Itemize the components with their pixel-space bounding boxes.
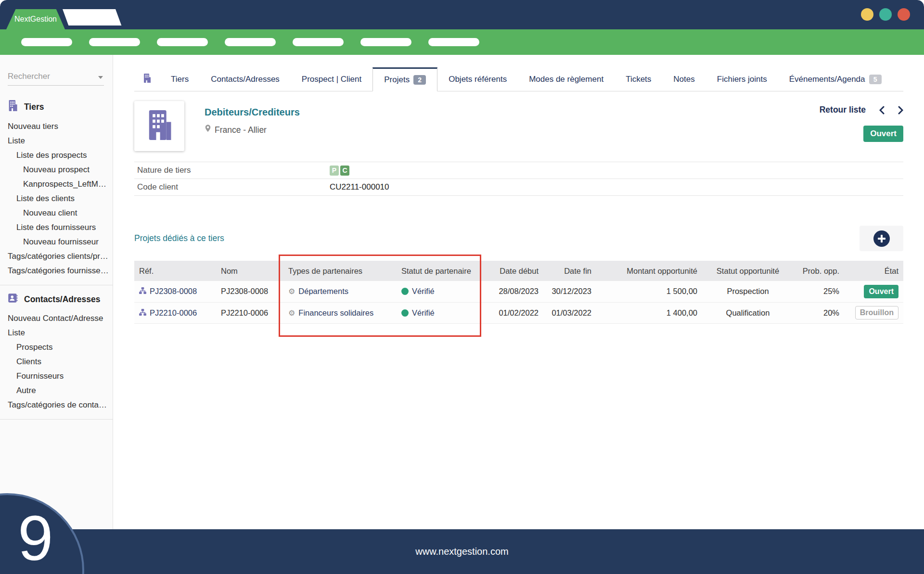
sidebar-item-liste-contacts[interactable]: Liste [0,326,113,340]
sidebar-item-liste-tiers[interactable]: Liste [0,134,113,148]
sidebar-item-kanprospects[interactable]: Kanprospects_LeftM… [0,177,113,191]
col-etat: État [844,261,903,281]
sidebar-section-tiers-header[interactable]: Tiers [0,100,113,114]
sidebar-search [8,68,104,86]
brand-tab: NextGestion [6,9,65,29]
menu-pill [428,38,479,46]
sidebar-item-prospects[interactable]: Prospects [0,340,113,355]
col-ref: Réf. [134,261,216,281]
sidebar-item-tags-fournisseurs[interactable]: Tags/catégories fournisse… [0,264,113,278]
menu-pill [293,38,344,46]
chevron-right-icon[interactable] [898,106,903,115]
sidebar-section-contacts: Contacts/Adresses Nouveau Contact/Adress… [0,293,113,412]
search-input[interactable] [8,68,104,85]
tab-notes[interactable]: Notes [662,67,706,91]
verified-status-dot [401,309,409,317]
client-badge: C [340,166,349,176]
projects-section-header: Projets dédiés à ce tiers [134,226,903,251]
brand-name: NextGestion [14,15,57,24]
sidebar-item-liste-des-fournisseurs[interactable]: Liste des fournisseurs [0,220,113,235]
sidebar-item-liste-des-clients[interactable]: Liste des clients [0,191,113,206]
app-window: NextGestion [0,0,924,574]
col-date-fin: Date fin [543,261,596,281]
plus-icon [873,230,890,247]
sidebar-divider [0,285,113,285]
tab-tiers[interactable]: Tiers [160,67,200,91]
table-row: PJ2210-0006 PJ2210-0006 ⚙ Financeurs sol… [134,302,903,323]
sidebar-section-contacts-header[interactable]: Contacts/Adresses [0,293,113,306]
sidebar-section-title: Contacts/Adresses [24,294,101,305]
tab-projets[interactable]: Projets 2 [372,67,437,91]
date-debut: 01/02/2022 [486,302,543,323]
etat-badge-ouvert: Ouvert [864,285,898,298]
menu-pill [157,38,208,46]
tab-contacts-adresses[interactable]: Contacts/Adresses [200,67,291,91]
window-controls [861,8,910,21]
sidebar-section-tiers: Tiers Nouveau tiers Liste Liste des pros… [0,100,113,278]
sidebar-item-nouveau-fournisseur[interactable]: Nouveau fournisseur [0,235,113,249]
date-fin: 30/12/2023 [543,281,596,302]
sidebar-item-fournisseurs[interactable]: Fournisseurs [0,369,113,383]
add-project-button[interactable] [860,226,903,251]
prospect-badge: P [330,166,339,176]
col-nom: Nom [216,261,283,281]
project-ref-link[interactable]: PJ2308-0008 [150,287,197,296]
gear-icon: ⚙ [288,287,295,296]
etat-badge-brouillon: Brouillon [855,306,898,319]
tab-prospect-client[interactable]: Prospect | Client [291,67,372,91]
statut-opportunite: Qualification [702,302,794,323]
project-name: PJ2308-0008 [216,281,283,302]
menu-pill [89,38,140,46]
tab-tiers-icon[interactable] [134,67,160,91]
chevron-down-icon[interactable] [98,76,103,79]
statut-opportunite: Prospection [702,281,794,302]
sidebar-item-nouveau-client[interactable]: Nouveau client [0,206,113,220]
status-badge: Ouvert [863,126,903,142]
partner-type-link[interactable]: Financeurs solidaires [298,308,373,318]
sidebar-item-nouveau-tiers[interactable]: Nouveau tiers [0,119,113,134]
tab-modes-de-reglement[interactable]: Modes de règlement [518,67,615,91]
footer-bar: www.nextgestion.com [0,529,924,574]
field-nature-de-tiers: Nature de tiers P C [134,162,903,179]
company-photo-card[interactable] [134,101,184,151]
sidebar-item-tags-contacts[interactable]: Tags/catégories de conta… [0,398,113,412]
sidebar: Tiers Nouveau tiers Liste Liste des pros… [0,55,113,529]
partner-status: Vérifié [412,287,435,296]
project-name: PJ2210-0006 [216,302,283,323]
sidebar-item-autre[interactable]: Autre [0,383,113,398]
company-location: France - Allier [215,125,267,135]
field-label: Code client [134,182,330,192]
date-debut: 28/08/2023 [486,281,543,302]
sidebar-item-nouveau-prospect[interactable]: Nouveau prospect [0,163,113,177]
chevron-left-icon[interactable] [879,106,885,115]
col-prob-opp: Prob. opp. [794,261,844,281]
verified-status-dot [401,288,409,295]
tab-fichiers-joints[interactable]: Fichiers joints [706,67,778,91]
building-icon [8,100,18,114]
menu-pill [21,38,72,46]
partner-type-link[interactable]: Départements [298,287,348,296]
tab-objets-referents[interactable]: Objets référents [437,67,518,91]
agenda-count-badge: 5 [869,75,882,84]
prob-opp: 25% [794,281,844,302]
building-icon [146,110,173,142]
maximize-dot[interactable] [879,8,892,21]
tab-evenements-agenda[interactable]: Événements/Agenda 5 [778,67,893,91]
record-tabbar: Tiers Contacts/Adresses Prospect | Clien… [134,67,903,91]
main-content: Tiers Contacts/Adresses Prospect | Clien… [113,55,924,529]
close-dot[interactable] [898,8,910,21]
date-fin: 01/03/2022 [543,302,596,323]
sidebar-section-title: Tiers [24,102,44,112]
projets-count-badge: 2 [413,75,426,85]
back-to-list-link[interactable]: Retour liste [820,105,866,115]
sidebar-item-tags-clients[interactable]: Tags/catégories clients/pr… [0,249,113,264]
sidebar-item-liste-des-prospects[interactable]: Liste des prospects [0,148,113,163]
minimize-dot[interactable] [861,8,873,21]
project-ref-link[interactable]: PJ2210-0006 [150,308,197,318]
tab-tickets[interactable]: Tickets [615,67,662,91]
sidebar-item-nouveau-contact[interactable]: Nouveau Contact/Adresse [0,311,113,326]
page-title: Debiteurs/Crediteurs [205,107,300,118]
sidebar-item-clients[interactable]: Clients [0,355,113,369]
project-diagram-icon [139,287,146,296]
montant-opportunite: 1 400,00 [596,302,702,323]
